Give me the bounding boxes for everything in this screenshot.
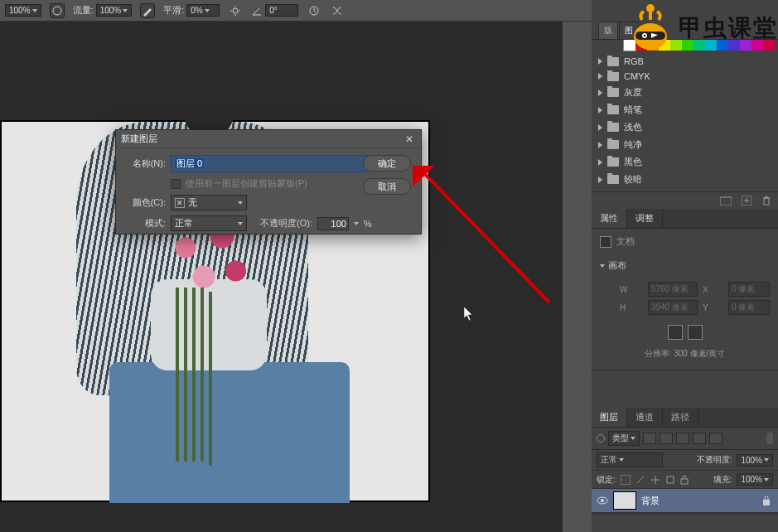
opacity-input[interactable]: 100: [317, 217, 349, 230]
document-label: 文档: [616, 235, 635, 248]
folder-icon[interactable]: [720, 196, 732, 206]
flow-value-drop[interactable]: 100%: [96, 4, 133, 17]
portrait-orient-icon[interactable]: [668, 325, 683, 340]
swatch-folder[interactable]: 较暗: [598, 171, 771, 188]
paths-tab[interactable]: 路径: [663, 408, 698, 427]
layer-opacity-label: 不透明度:: [697, 454, 732, 466]
swatch-folder[interactable]: 纯净: [598, 136, 771, 153]
layer-kind-select[interactable]: 类型: [608, 431, 640, 446]
zoom-control[interactable]: 100%: [5, 4, 41, 17]
airbrush-toggle-icon[interactable]: [140, 3, 155, 18]
svg-rect-14: [635, 31, 665, 40]
layer-opacity-input[interactable]: 100%: [737, 454, 773, 467]
angle-value-drop[interactable]: 0°: [265, 4, 298, 17]
pressure-opacity-icon[interactable]: [307, 3, 321, 18]
document-canvas-area[interactable]: [0, 22, 563, 532]
layer-name-input[interactable]: 图层 0: [171, 155, 370, 172]
swatch-folder[interactable]: 灰度: [598, 84, 771, 101]
y-input[interactable]: 0 像素: [728, 300, 770, 315]
swatch-folder[interactable]: 蜡笔: [598, 101, 771, 118]
smooth-value-drop[interactable]: 0%: [186, 4, 220, 17]
layer-name[interactable]: 背景: [641, 495, 660, 507]
lock-move-icon[interactable]: [650, 475, 660, 485]
filter-shape-icon[interactable]: [693, 433, 706, 444]
lock-paint-icon[interactable]: [635, 475, 645, 485]
dialog-title: 新建图层: [121, 133, 157, 145]
canvas-section-label[interactable]: 画布: [608, 259, 626, 272]
opacity-label: 不透明度(O):: [260, 217, 312, 230]
x-label: X: [703, 285, 723, 294]
landscape-orient-icon[interactable]: [688, 325, 703, 340]
folder-icon: [607, 175, 619, 184]
clip-mask-checkbox[interactable]: [171, 179, 181, 189]
svg-rect-5: [720, 197, 732, 206]
new-layer-dialog: 新建图层 ✕ 名称(N): 图层 0 使用前一图层创建剪贴蒙版(P) 颜色(C)…: [115, 129, 422, 235]
svg-point-11: [601, 499, 604, 502]
filter-toggle[interactable]: [766, 433, 773, 444]
folder-icon: [607, 72, 619, 81]
layer-blend-select[interactable]: 正常: [597, 452, 663, 467]
filter-type-icon[interactable]: [676, 433, 689, 444]
smooth-label: 平滑:: [163, 4, 184, 17]
document-icon: [600, 236, 611, 248]
swatch-folder[interactable]: 浅色: [598, 118, 771, 136]
height-input[interactable]: 3940 像素: [648, 300, 698, 315]
filter-pixel-icon[interactable]: [643, 433, 656, 444]
watermark: 甲虫课堂: [624, 2, 778, 55]
folder-icon: [607, 88, 619, 97]
color-select[interactable]: ✕无: [171, 195, 247, 210]
swatch-folder[interactable]: CMYK: [598, 69, 771, 84]
layer-item-background[interactable]: 背景: [592, 489, 778, 513]
svg-rect-9: [681, 479, 688, 484]
mode-label: 模式:: [123, 217, 166, 230]
name-label: 名称(N):: [123, 157, 166, 170]
svg-rect-8: [667, 476, 674, 483]
panel-tab-1[interactable]: 版: [598, 22, 618, 39]
folder-icon: [607, 140, 619, 149]
close-icon[interactable]: ✕: [403, 133, 416, 146]
svg-rect-12: [763, 500, 770, 505]
adjustments-tab[interactable]: 调整: [627, 209, 663, 228]
x-input[interactable]: 0 像素: [728, 282, 770, 297]
layers-panel-footer: [592, 514, 778, 532]
ok-button[interactable]: 确定: [363, 155, 411, 172]
trash-icon[interactable]: [761, 196, 771, 206]
lock-icon[interactable]: [761, 495, 773, 506]
color-label: 颜色(C):: [123, 196, 166, 209]
resolution-text: 分辨率: 300 像素/英寸: [600, 345, 770, 363]
layer-filter-row: 类型: [592, 428, 778, 450]
swatch-bottom-icons: [592, 192, 778, 209]
width-input[interactable]: 5760 像素: [648, 282, 698, 297]
percent-label: %: [364, 219, 372, 229]
swatch-folder[interactable]: 黑色: [598, 153, 771, 171]
lock-all-icon[interactable]: [680, 475, 689, 485]
folder-icon: [607, 157, 619, 167]
w-label: W: [620, 285, 643, 294]
layer-fill-input[interactable]: 100%: [737, 473, 773, 486]
svg-rect-7: [621, 475, 631, 485]
swatch-folder-list: RGB CMYK 灰度 蜡笔 浅色 纯净 黑色 较暗: [592, 51, 778, 192]
cancel-button[interactable]: 取消: [363, 178, 411, 195]
swatch-folder[interactable]: RGB: [598, 54, 771, 69]
channels-tab[interactable]: 通道: [627, 408, 663, 427]
y-label: Y: [703, 303, 723, 312]
layers-tab[interactable]: 图层: [592, 408, 627, 427]
svg-point-0: [53, 7, 61, 15]
watermark-text: 甲虫课堂: [679, 12, 778, 44]
settings-gear-icon[interactable]: [228, 3, 243, 18]
search-icon[interactable]: [597, 434, 605, 443]
lock-trans-icon[interactable]: [621, 475, 631, 485]
filter-smart-icon[interactable]: [709, 433, 722, 444]
brush-size-icon[interactable]: [50, 3, 65, 18]
properties-tab[interactable]: 属性: [592, 209, 627, 228]
lock-artboard-icon[interactable]: [665, 475, 675, 485]
new-swatch-icon[interactable]: [742, 196, 751, 206]
zoom-value: 100%: [9, 6, 31, 15]
filter-adjust-icon[interactable]: [660, 433, 673, 444]
right-panel-dock: 版 图 RGB CMYK 灰度 蜡笔 浅色 纯净 黑色 较暗 属性 调整: [592, 0, 778, 532]
mouse-cursor: [464, 307, 474, 322]
symmetry-icon[interactable]: [330, 3, 345, 18]
layer-thumbnail[interactable]: [613, 491, 636, 510]
blend-mode-select[interactable]: 正常: [171, 215, 247, 231]
visibility-eye-icon[interactable]: [597, 495, 608, 506]
